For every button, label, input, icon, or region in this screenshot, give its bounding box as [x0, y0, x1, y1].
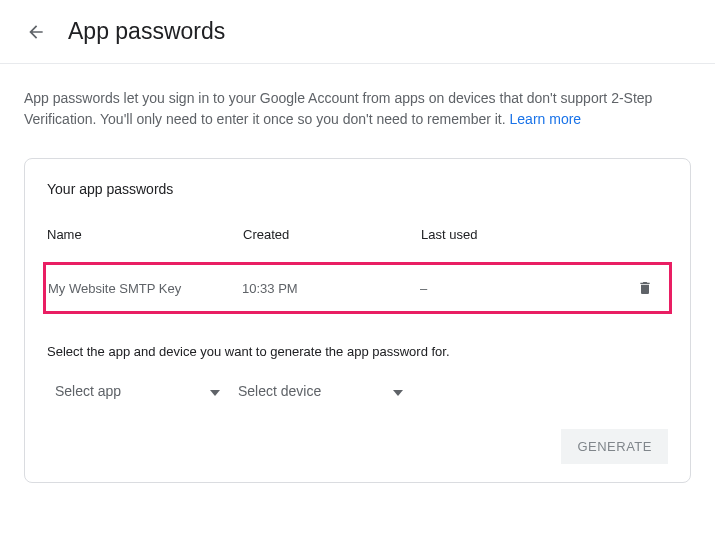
- select-instruction: Select the app and device you want to ge…: [47, 344, 668, 359]
- col-header-lastused: Last used: [421, 227, 628, 242]
- header: App passwords: [0, 0, 715, 64]
- generate-button[interactable]: GENERATE: [561, 429, 668, 464]
- card-actions: GENERATE: [47, 429, 668, 464]
- description: App passwords let you sign in to your Go…: [24, 88, 691, 130]
- select-app-label: Select app: [55, 383, 121, 399]
- learn-more-link[interactable]: Learn more: [510, 111, 582, 127]
- card-title: Your app passwords: [47, 181, 668, 197]
- select-device-label: Select device: [238, 383, 321, 399]
- col-header-action: [628, 227, 668, 242]
- select-app-dropdown[interactable]: Select app: [55, 383, 220, 399]
- row-name: My Website SMTP Key: [46, 281, 242, 296]
- chevron-down-icon: [393, 383, 403, 399]
- passwords-table: Name Created Last used My Website SMTP K…: [47, 227, 668, 314]
- table-row: My Website SMTP Key 10:33 PM –: [43, 262, 672, 314]
- content: App passwords let you sign in to your Go…: [0, 64, 715, 491]
- back-arrow-icon[interactable]: [24, 20, 48, 44]
- col-header-created: Created: [243, 227, 421, 242]
- select-device-dropdown[interactable]: Select device: [238, 383, 403, 399]
- chevron-down-icon: [210, 383, 220, 399]
- selects-row: Select app Select device: [47, 383, 668, 399]
- delete-icon[interactable]: [637, 279, 653, 297]
- row-lastused: –: [420, 281, 625, 296]
- col-header-name: Name: [47, 227, 243, 242]
- table-header: Name Created Last used: [47, 227, 668, 242]
- app-passwords-card: Your app passwords Name Created Last use…: [24, 158, 691, 483]
- row-created: 10:33 PM: [242, 281, 420, 296]
- page-title: App passwords: [68, 18, 225, 45]
